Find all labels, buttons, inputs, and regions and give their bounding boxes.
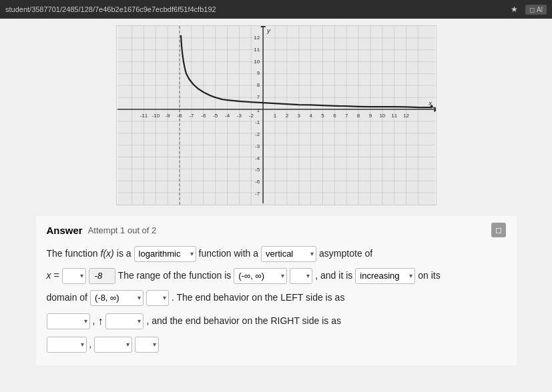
sentence-line-4: x→-∞ x→∞ x→-8⁺ , ↑ f→∞ f→-∞ , and the en…	[47, 312, 506, 331]
svg-text:-7: -7	[189, 113, 194, 119]
text-x-equals: x =	[47, 267, 59, 284]
right-end-dropdown-wrapper: .	[135, 336, 159, 353]
svg-text:8: 8	[356, 113, 360, 119]
svg-text:2: 2	[285, 113, 288, 119]
svg-text:1: 1	[273, 113, 276, 119]
range-dropdown[interactable]: (-∞, ∞) (0, ∞) (-∞, 0)	[234, 268, 287, 284]
svg-text:8: 8	[256, 82, 260, 88]
svg-text:-6: -6	[201, 113, 206, 119]
svg-text:-7: -7	[255, 191, 260, 197]
function-type-dropdown-wrapper: logarithmic exponential linear	[134, 245, 196, 262]
svg-text:-6: -6	[255, 179, 260, 185]
tab-icon: ◻	[529, 6, 535, 13]
svg-text:9: 9	[256, 70, 260, 76]
add-tab-button[interactable]: ◻ Al	[525, 5, 547, 15]
x-sign-dropdown-wrapper: < >	[62, 267, 86, 284]
domain-sign-dropdown-wrapper: < >	[146, 289, 169, 306]
text-right-behavior: , and the end behavior on the RIGHT side…	[146, 313, 341, 329]
attempt-text: Attempt 1 out of 2	[88, 225, 157, 235]
star-icon[interactable]: ★	[508, 3, 520, 15]
svg-text:-5: -5	[255, 167, 260, 173]
top-bar-icons: ★ ◻ Al	[508, 3, 547, 15]
svg-text:-10: -10	[152, 113, 160, 119]
sentence-line-2: x = < > -8 The range of the function is …	[47, 267, 506, 284]
function-type-dropdown[interactable]: logarithmic exponential linear	[134, 246, 196, 262]
svg-text:7: 7	[345, 113, 348, 119]
behavior-dropdown-wrapper: increasing decreasing constant	[355, 267, 415, 284]
x-sign-dropdown[interactable]: < >	[62, 268, 86, 284]
svg-text:11: 11	[254, 47, 260, 53]
arrow-symbol: ↑	[97, 312, 103, 331]
text-and-it-is: , and it is	[315, 267, 352, 284]
svg-text:11: 11	[391, 113, 397, 119]
right-end-dropdown[interactable]: .	[135, 337, 159, 353]
right-y-dropdown[interactable]: f→∞ f→-∞	[94, 337, 132, 353]
svg-text:-2: -2	[255, 131, 260, 137]
svg-text:-1: -1	[255, 119, 260, 125]
svg-text:5: 5	[321, 113, 324, 119]
text-function-with-a: function with a	[199, 245, 259, 262]
correct-icon-symbol: ◻	[495, 225, 502, 235]
text-left-behavior: . The end behavior on the LEFT side is a…	[172, 289, 344, 306]
text-is-a: is a	[117, 245, 131, 262]
svg-text:10: 10	[254, 59, 260, 65]
answer-label: Answer	[47, 225, 83, 236]
asymptote-type-dropdown-wrapper: vertical horizontal oblique	[261, 245, 316, 262]
svg-text:-4: -4	[225, 113, 230, 119]
sentence-line-5: x→∞ x→-∞ , f→∞ f→-∞ .	[47, 336, 506, 353]
domain-dropdown-wrapper: (-8, ∞) (-∞, ∞) [−8, ∞)	[90, 289, 144, 306]
sentence-line-1: The function f(x) is a logarithmic expon…	[47, 245, 506, 262]
answer-header: Answer Attempt 1 out of 2 ◻	[47, 223, 506, 237]
svg-text:6: 6	[333, 113, 336, 119]
svg-text:-3: -3	[236, 113, 242, 119]
url-bar: student/3587701/2485/128/7e46b2e1676c9e7…	[5, 5, 508, 13]
answer-section: Answer Attempt 1 out of 2 ◻ The function…	[36, 216, 517, 365]
svg-text:3: 3	[297, 113, 300, 119]
domain-dropdown[interactable]: (-8, ∞) (-∞, ∞) [−8, ∞)	[90, 290, 144, 306]
svg-marker-43	[260, 26, 266, 27]
range-sign-dropdown[interactable]: < >	[290, 268, 312, 284]
svg-text:12: 12	[403, 113, 409, 119]
x-value-box: -8	[89, 268, 115, 284]
range-sign-dropdown-wrapper: < >	[290, 267, 312, 284]
text-domain-of: domain of	[47, 289, 87, 306]
svg-text:4: 4	[309, 113, 312, 119]
svg-text:-3: -3	[255, 143, 260, 149]
svg-text:-2: -2	[248, 113, 254, 119]
left-x-dropdown-wrapper: x→-∞ x→∞ x→-8⁺	[47, 313, 90, 329]
text-asymptote-of: asymptote of	[319, 245, 372, 262]
behavior-dropdown[interactable]: increasing decreasing constant	[355, 268, 415, 284]
svg-text:y: y	[266, 27, 271, 34]
left-y-dropdown-wrapper: f→∞ f→-∞	[105, 313, 144, 329]
text-comma-1: ,	[93, 313, 95, 329]
sentence-line-3: domain of (-8, ∞) (-∞, ∞) [−8, ∞) < > . …	[47, 289, 506, 306]
svg-text:1: 1	[256, 107, 260, 113]
main-content: -11 -10 -9 -8 -7 -6 -5 -4 -3 -2 1 2 3 4 …	[0, 19, 552, 392]
svg-text:10: 10	[379, 113, 385, 119]
svg-text:-9: -9	[165, 113, 170, 119]
svg-text:x: x	[428, 99, 433, 107]
text-range-label: The range of the function is	[118, 267, 232, 284]
domain-sign-dropdown[interactable]: < >	[146, 290, 169, 306]
svg-text:-11: -11	[140, 113, 148, 119]
svg-marker-42	[434, 107, 436, 112]
answer-correct-icon: ◻	[491, 223, 506, 237]
tab-label: Al	[537, 6, 543, 13]
left-y-dropdown[interactable]: f→∞ f→-∞	[105, 313, 144, 329]
text-on-its: on its	[418, 267, 440, 284]
browser-top-bar: student/3587701/2485/128/7e46b2e1676c9e7…	[0, 0, 552, 19]
graph-svg: -11 -10 -9 -8 -7 -6 -5 -4 -3 -2 1 2 3 4 …	[117, 26, 436, 205]
range-dropdown-wrapper: (-∞, ∞) (0, ∞) (-∞, 0)	[234, 267, 287, 284]
left-x-dropdown[interactable]: x→-∞ x→∞ x→-8⁺	[47, 313, 90, 329]
svg-text:12: 12	[254, 35, 260, 41]
text-fx: f(x)	[101, 245, 114, 262]
right-x-dropdown[interactable]: x→∞ x→-∞	[47, 337, 87, 353]
text-the-function: The function	[47, 245, 98, 262]
svg-text:-4: -4	[255, 155, 260, 161]
right-y-dropdown-wrapper: f→∞ f→-∞	[94, 336, 132, 353]
asymptote-type-dropdown[interactable]: vertical horizontal oblique	[261, 246, 316, 262]
svg-text:7: 7	[256, 94, 260, 100]
svg-text:-5: -5	[213, 113, 218, 119]
graph-container: -11 -10 -9 -8 -7 -6 -5 -4 -3 -2 1 2 3 4 …	[116, 25, 437, 205]
text-comma-2: ,	[89, 336, 92, 353]
